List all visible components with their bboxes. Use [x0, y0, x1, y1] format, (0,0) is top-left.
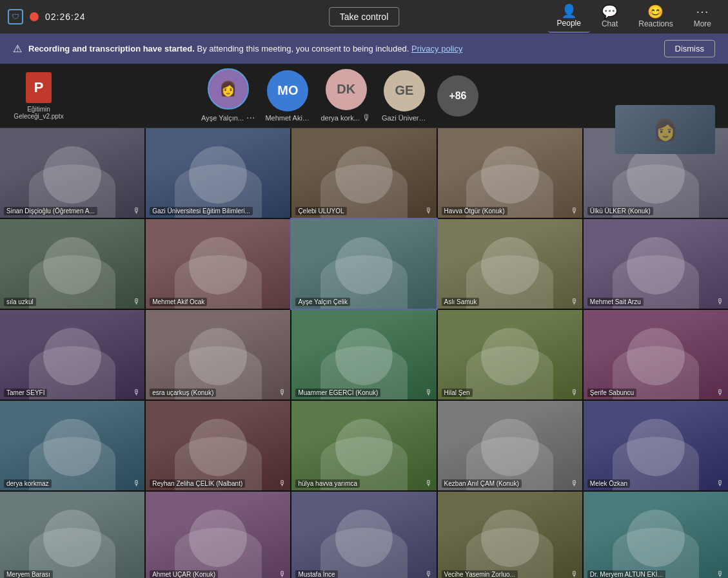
nav-more[interactable]: ⋯ More	[685, 1, 720, 32]
cell-label-2: Gazi Üniversitesi Eğitim Bilimleri...	[150, 207, 253, 215]
cell-mic-19: 🎙	[571, 479, 578, 488]
video-cell-20[interactable]: Melek Özkan🎙	[584, 401, 728, 490]
cell-mic-14: 🎙	[571, 388, 578, 397]
cell-label-20: Melek Özkan	[587, 479, 630, 488]
cell-label-10: Mehmet Sait Arzu	[587, 298, 644, 306]
presenter-area: Eğitimin Geleceği_v2.pptx 👩 Ayşe Yalçın.…	[0, 64, 728, 128]
take-control-button[interactable]: Take control	[329, 7, 399, 26]
cell-mic-13: 🎙	[425, 388, 433, 397]
cell-label-5: Ülkü ÜLKER (Konuk)	[587, 207, 653, 215]
video-cell-24[interactable]: Vecihe Yasemin Zorluo...🎙	[438, 492, 582, 578]
plus-badge: +86	[437, 75, 478, 117]
cell-label-25: Dr. Meryem ALTUN EKİ...	[587, 570, 665, 578]
cell-mic-9: 🎙	[571, 297, 578, 306]
cell-mic-20: 🎙	[716, 479, 724, 488]
derya-name: derya kork...	[320, 114, 360, 122]
video-cell-14[interactable]: Hilal Şen🎙	[438, 310, 582, 400]
file-area: Eğitimin Geleceği_v2.pptx	[13, 72, 64, 120]
video-cell-22[interactable]: Ahmet UÇAR (Konuk)🎙	[146, 492, 290, 578]
video-cell-13[interactable]: Muammer EGERCİ (Konuk)🎙	[291, 310, 436, 400]
cell-label-12: esra uçarkuş (Konuk)	[150, 389, 216, 397]
cell-mic-10: 🎙	[716, 297, 724, 306]
video-cell-15[interactable]: Şerife Sabuncu🎙	[584, 310, 728, 400]
cell-mic-1: 🎙	[133, 206, 141, 215]
video-cell-3[interactable]: Çelebi ULUYOL🎙	[291, 128, 436, 218]
ayse-more-button[interactable]: ···	[246, 112, 255, 124]
cell-label-8: Ayşe Yalçın Çelik	[295, 298, 350, 306]
video-cell-7[interactable]: Mehmet Akif Ocak	[146, 219, 290, 309]
dismiss-button[interactable]: Dismiss	[664, 40, 716, 57]
ayse-name: Ayşe Yalçın...	[201, 114, 244, 122]
video-cell-12[interactable]: esra uçarkuş (Konuk)🎙	[146, 310, 290, 400]
nav-right: 👤 People 💬 Chat 😊 Reactions ⋯ More	[548, 1, 720, 33]
cell-label-13: Muammer EGERCİ (Konuk)	[295, 389, 380, 397]
shield-icon: 🛡	[8, 9, 23, 24]
cell-label-23: Mustafa İnce	[295, 570, 337, 578]
avatar-mehmet: MO	[267, 70, 308, 111]
notification-text: Recording and transcription have started…	[28, 44, 658, 53]
video-cell-2[interactable]: Gazi Üniversitesi Eğitim Bilimleri...	[146, 128, 290, 218]
nav-reactions[interactable]: 😊 Reactions	[629, 1, 682, 32]
nav-more-label: More	[694, 19, 711, 28]
pptx-icon	[26, 72, 52, 103]
cell-label-22: Ahmet UÇAR (Konuk)	[150, 570, 218, 578]
cell-label-9: Aslı Samuk	[442, 298, 480, 306]
cell-mic-15: 🎙	[716, 388, 724, 397]
file-name: Eğitimin Geleceği_v2.pptx	[13, 106, 64, 120]
cell-mic-4: 🎙	[571, 206, 578, 215]
avatar-gazi: GE	[384, 70, 425, 111]
chat-icon: 💬	[602, 5, 618, 18]
cell-mic-17: 🎙	[279, 479, 286, 488]
cell-mic-25: 🎙	[716, 570, 724, 578]
cell-label-19: Kezban Anıl ÇAM (Konuk)	[442, 479, 522, 488]
record-indicator	[30, 12, 39, 21]
cell-label-14: Hilal Şen	[442, 389, 473, 397]
warning-icon: ⚠	[13, 43, 22, 55]
video-cell-6[interactable]: sıla uzkul🎙	[0, 219, 144, 309]
presenter-avatars: 👩 Ayşe Yalçın... ··· MO Mehmet Akif O...…	[77, 68, 602, 124]
video-cell-11[interactable]: Tamer SEYFİ🎙	[0, 310, 144, 400]
privacy-policy-link[interactable]: Privacy policy	[411, 44, 462, 53]
presenter-plus: +86	[437, 75, 478, 117]
cell-mic-16: 🎙	[133, 479, 141, 488]
cell-mic-6: 🎙	[133, 297, 141, 306]
cell-label-17: Reyhan Zeliha ÇELİK (Nalbant)	[150, 479, 245, 488]
people-icon: 👤	[561, 5, 577, 17]
cell-label-4: Havva Ötgür (Konuk)	[442, 207, 507, 215]
video-cell-9[interactable]: Aslı Samuk🎙	[438, 219, 582, 309]
video-cell-1[interactable]: Sinan Dişçioğlu (Öğretmen A...🎙	[0, 128, 144, 218]
video-cell-19[interactable]: Kezban Anıl ÇAM (Konuk)🎙	[438, 401, 582, 490]
presenter-derya: DK derya kork... 🎙	[320, 69, 371, 123]
cell-mic-11: 🎙	[133, 388, 141, 397]
ayse-actions: Ayşe Yalçın... ···	[201, 112, 255, 124]
video-cell-18[interactable]: hülya havva yarımca🎙	[291, 401, 436, 490]
video-grid: Sinan Dişçioğlu (Öğretmen A...🎙Gazi Üniv…	[0, 128, 728, 578]
cell-mic-3: 🎙	[425, 206, 433, 215]
cell-label-3: Çelebi ULUYOL	[295, 207, 346, 215]
cell-label-7: Mehmet Akif Ocak	[150, 298, 207, 306]
video-cell-25[interactable]: Dr. Meryem ALTUN EKİ...🎙	[584, 492, 728, 578]
mehmet-name: Mehmet Akif O...	[265, 114, 310, 122]
cell-label-24: Vecihe Yasemin Zorluo...	[442, 570, 518, 578]
cell-label-15: Şerife Sabuncu	[587, 389, 636, 397]
nav-people[interactable]: 👤 People	[548, 1, 590, 33]
video-cell-10[interactable]: Mehmet Sait Arzu🎙	[584, 219, 728, 309]
top-right-video: 👩	[615, 105, 715, 154]
video-cell-8[interactable]: Ayşe Yalçın Çelik	[291, 219, 436, 309]
cell-label-11: Tamer SEYFİ	[4, 389, 47, 397]
more-icon: ⋯	[696, 5, 709, 18]
avatar-ayse: 👩	[208, 68, 249, 110]
video-cell-21[interactable]: Meryem Barası	[0, 492, 144, 578]
cell-label-21: Meryem Barası	[4, 570, 53, 578]
cell-mic-24: 🎙	[571, 570, 578, 578]
video-cell-23[interactable]: Mustafa İnce🎙	[291, 492, 436, 578]
cell-mic-18: 🎙	[425, 479, 433, 488]
avatar-derya: DK	[326, 69, 367, 110]
cell-label-6: sıla uzkul	[4, 298, 36, 306]
nav-reactions-label: Reactions	[638, 19, 673, 28]
video-cell-4[interactable]: Havva Ötgür (Konuk)🎙	[438, 128, 582, 218]
video-cell-16[interactable]: derya korkmaz🎙	[0, 401, 144, 490]
notification-bold: Recording and transcription have started…	[28, 44, 195, 53]
nav-chat[interactable]: 💬 Chat	[593, 1, 627, 32]
video-cell-17[interactable]: Reyhan Zeliha ÇELİK (Nalbant)🎙	[146, 401, 290, 490]
